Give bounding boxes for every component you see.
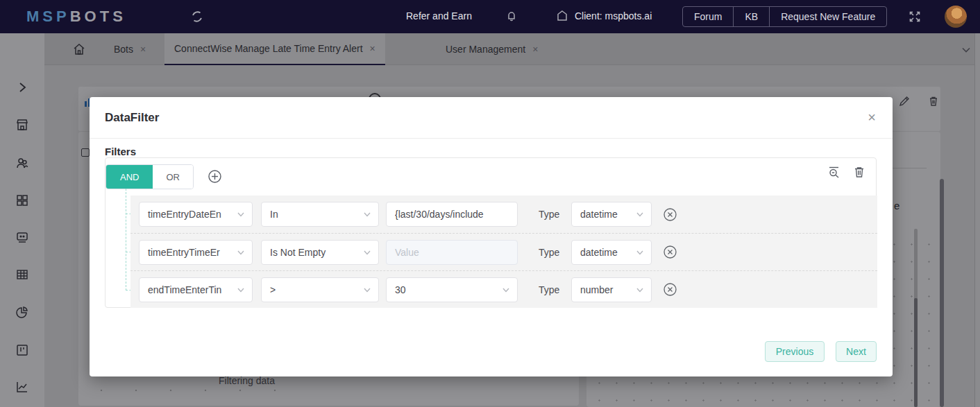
client-label: Client: mspbots.ai — [575, 10, 652, 21]
operator-select[interactable]: > — [261, 277, 379, 302]
field-select[interactable]: timeEntryDateEn — [139, 202, 253, 227]
filter-builder-panel: AND OR — [105, 157, 877, 308]
tree-connector — [126, 189, 126, 291]
filter-preview-icon[interactable] — [827, 165, 841, 179]
type-label: Type — [539, 209, 562, 220]
logo-bots-text: BOTS — [70, 8, 126, 26]
chevron-down-icon — [502, 286, 510, 294]
chevron-down-icon — [237, 286, 245, 294]
nav-link-group: Forum KB Request New Feature — [682, 6, 887, 27]
filters-section-label: Filters — [105, 146, 136, 157]
field-select[interactable]: timeEntryTimeEr — [139, 240, 253, 265]
logo-msp-text: MSP — [26, 8, 70, 26]
filter-row: endTimeEnterTin > 30 Type number — [130, 270, 877, 308]
type-label: Type — [539, 284, 562, 295]
value-input-disabled: Value — [386, 240, 518, 265]
chevron-down-icon — [636, 286, 644, 294]
mspbots-logo[interactable]: MSPBOTS — [26, 8, 126, 26]
logic-and-button[interactable]: AND — [106, 165, 153, 189]
remove-filter-icon[interactable] — [663, 282, 677, 297]
screen: Bots × ConnectWise Manage Late Time Entr… — [0, 0, 980, 407]
chevron-down-icon — [363, 210, 371, 218]
type-select[interactable]: datetime — [571, 240, 652, 265]
user-avatar[interactable] — [945, 6, 967, 28]
chevron-down-icon — [636, 248, 644, 257]
client-home-icon — [555, 9, 569, 23]
refresh-icon[interactable] — [190, 10, 204, 24]
request-new-feature-button[interactable]: Request New Feature — [769, 7, 886, 26]
previous-button[interactable]: Previous — [765, 341, 825, 362]
chevron-down-icon — [237, 210, 245, 218]
modal-header-divider — [90, 138, 893, 139]
remove-filter-icon[interactable] — [663, 207, 677, 222]
chevron-down-icon — [237, 248, 245, 257]
chevron-down-icon — [363, 286, 371, 294]
type-select[interactable]: datetime — [571, 202, 652, 227]
refer-and-earn-link[interactable]: Refer and Earn — [406, 10, 472, 21]
notifications-bell-icon[interactable] — [505, 9, 518, 23]
modal-close-icon[interactable]: × — [868, 111, 876, 123]
value-input[interactable]: {last/30/days/include — [386, 202, 518, 227]
type-label: Type — [539, 247, 562, 258]
operator-select[interactable]: In — [261, 202, 379, 227]
next-button[interactable]: Next — [836, 341, 877, 362]
value-select[interactable]: 30 — [386, 277, 518, 302]
filter-row: timeEntryDateEn In {last/30/days/include… — [130, 196, 877, 233]
top-navbar: MSPBOTS Refer and Earn Client: mspbots.a… — [0, 0, 980, 33]
modal-title: DataFilter — [105, 111, 159, 125]
add-filter-icon[interactable] — [208, 169, 222, 184]
logic-toggle: AND OR — [105, 164, 194, 189]
type-select[interactable]: number — [571, 277, 652, 302]
logic-or-button[interactable]: OR — [153, 165, 193, 189]
chevron-down-icon — [363, 248, 371, 257]
datafilter-modal: DataFilter × Filters AND OR — [90, 97, 893, 376]
clear-filters-trash-icon[interactable] — [852, 165, 866, 179]
filter-row: timeEntryTimeEr Is Not Empty Value Type … — [130, 233, 877, 270]
kb-button[interactable]: KB — [733, 7, 769, 26]
forum-button[interactable]: Forum — [683, 7, 733, 26]
fullscreen-icon[interactable] — [908, 10, 922, 24]
remove-filter-icon[interactable] — [663, 245, 677, 259]
operator-select[interactable]: Is Not Empty — [261, 240, 379, 265]
field-select[interactable]: endTimeEnterTin — [139, 277, 253, 302]
filter-rows: timeEntryDateEn In {last/30/days/include… — [130, 196, 877, 308]
chevron-down-icon — [636, 210, 644, 218]
